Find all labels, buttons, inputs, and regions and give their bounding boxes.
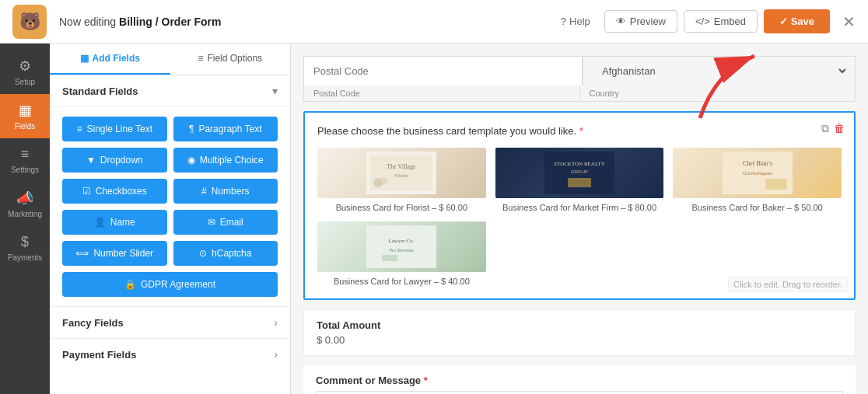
payments-icon: $ <box>21 234 29 250</box>
product-item-baker[interactable]: Chef Blair's Cia Rodriguez Business Card… <box>673 148 842 212</box>
country-select[interactable]: Afghanistan <box>590 57 849 85</box>
comment-textarea[interactable] <box>316 391 843 394</box>
svg-text:Chef Blair's: Chef Blair's <box>743 160 772 167</box>
standard-fields-header[interactable]: Standard Fields ▾ <box>50 75 290 107</box>
delete-icon[interactable]: 🗑 <box>834 122 845 135</box>
product-section[interactable]: ⧉ 🗑 Please choose the business card temp… <box>303 111 856 300</box>
postal-input[interactable] <box>304 57 583 85</box>
field-btn-hcaptcha[interactable]: ⊙ hCaptcha <box>173 241 278 266</box>
product-img-lawyer: Lawyer Co. Pro Services <box>317 221 486 272</box>
panel-tabs: ▦ Add Fields ≡ Field Options <box>50 44 290 75</box>
svg-text:Lawyer Co.: Lawyer Co. <box>389 238 415 244</box>
field-btn-dropdown[interactable]: ▼ Dropdown <box>62 148 167 173</box>
standard-chevron-icon: ▾ <box>272 85 278 97</box>
market-card-svg: STOCKTON REALTY GROUP <box>544 152 614 194</box>
payment-fields-header[interactable]: Payment Fields › <box>50 338 290 370</box>
nav-item-payments[interactable]: $ Payments <box>0 226 50 270</box>
product-item-florist[interactable]: The Village Florist Business Card for Fl… <box>317 148 486 212</box>
field-btn-multiple-choice[interactable]: ◉ Multiple Choice <box>173 148 278 173</box>
baker-name: Business Card for Baker – $ 50.00 <box>692 203 823 212</box>
market-name: Business Card for Market Firm – $ 80.00 <box>502 203 656 212</box>
florist-card-svg: The Village Florist <box>366 152 436 194</box>
required-indicator: * <box>579 125 583 137</box>
product-item-lawyer[interactable]: Lawyer Co. Pro Services Business Card fo… <box>317 221 486 286</box>
tab-field-options[interactable]: ≡ Field Options <box>170 44 291 75</box>
postal-country-row: Afghanistan <box>303 56 856 85</box>
slider-icon: ⟺ <box>75 248 89 259</box>
save-button[interactable]: ✓ Save <box>764 9 830 33</box>
nav-item-marketing[interactable]: 📣 Marketing <box>0 182 50 226</box>
name-icon: 👤 <box>94 217 106 228</box>
preview-button[interactable]: 👁 Preview <box>604 10 677 33</box>
field-btn-number-slider[interactable]: ⟺ Number Slider <box>62 241 167 266</box>
svg-rect-9 <box>568 178 591 187</box>
svg-text:The Village: The Village <box>387 163 417 170</box>
form-canvas-inner: Afghanistan Postal Code Country ⧉ 🗑 Plea <box>303 56 856 394</box>
header-actions: ? Help 👁 Preview </> Embed ✓ Save ✕ <box>553 9 856 33</box>
comment-label: Comment or Message * <box>316 375 843 386</box>
title-prefix: Now editing <box>59 16 116 28</box>
settings-icon: ≡ <box>21 146 30 162</box>
nav-item-setup[interactable]: ⚙ Setup <box>0 50 50 94</box>
baker-card-svg: Chef Blair's Cia Rodriguez <box>723 152 793 194</box>
fields-panel: ▦ Add Fields ≡ Field Options Standard Fi… <box>50 44 291 394</box>
fancy-fields-header[interactable]: Fancy Fields › <box>50 306 290 338</box>
action-hint: Click to edit. Drag to reorder. <box>728 277 848 292</box>
product-grid: The Village Florist Business Card for Fl… <box>317 148 842 286</box>
product-item-market[interactable]: STOCKTON REALTY GROUP Business Card for … <box>495 148 664 212</box>
svg-rect-13 <box>765 179 787 190</box>
product-img-florist: The Village Florist <box>317 148 486 198</box>
svg-text:STOCKTON REALTY: STOCKTON REALTY <box>554 161 605 167</box>
marketing-icon: 📣 <box>16 190 33 207</box>
captcha-icon: ⊙ <box>199 248 207 259</box>
svg-text:Florist: Florist <box>395 173 408 178</box>
fields-icon: ▦ <box>19 102 32 119</box>
field-btn-single-line[interactable]: ≡ Single Line Text <box>62 117 167 141</box>
field-btn-numbers[interactable]: # Numbers <box>173 179 278 204</box>
product-img-baker: Chef Blair's Cia Rodriguez <box>673 148 842 198</box>
comment-section: Comment or Message * <box>303 365 856 394</box>
multiple-choice-icon: ◉ <box>187 155 195 166</box>
copy-icon[interactable]: ⧉ <box>821 122 829 135</box>
product-action-icons: ⧉ 🗑 <box>821 122 845 135</box>
field-btn-email[interactable]: ✉ Email <box>173 210 278 235</box>
icon-nav: ⚙ Setup ▦ Fields ≡ Settings 📣 Marketing … <box>0 44 50 394</box>
form-canvas: Afghanistan Postal Code Country ⧉ 🗑 Plea <box>291 44 868 394</box>
field-btn-checkboxes[interactable]: ☑ Checkboxes <box>62 179 167 204</box>
email-icon: ✉ <box>208 217 215 228</box>
field-btn-name[interactable]: 👤 Name <box>62 210 167 235</box>
nav-item-fields[interactable]: ▦ Fields <box>0 94 50 138</box>
form-name: Billing / Order Form <box>119 16 221 28</box>
setup-icon: ⚙ <box>19 58 31 75</box>
code-icon: </> <box>695 16 710 27</box>
lawyer-name: Business Card for Lawyer – $ 40.00 <box>334 277 470 286</box>
field-buttons-grid: ≡ Single Line Text ¶ Paragraph Text ▼ Dr… <box>50 107 290 306</box>
app-header: 🐻 Now editing Billing / Order Form ? Hel… <box>0 0 868 44</box>
main-layout: ⚙ Setup ▦ Fields ≡ Settings 📣 Marketing … <box>0 44 868 394</box>
embed-button[interactable]: </> Embed <box>684 10 758 33</box>
close-button[interactable]: ✕ <box>842 12 856 31</box>
comment-required: * <box>424 375 428 386</box>
svg-rect-17 <box>382 255 397 261</box>
numbers-icon: # <box>201 186 207 197</box>
product-img-market: STOCKTON REALTY GROUP <box>495 148 664 198</box>
nav-item-settings[interactable]: ≡ Settings <box>0 138 50 182</box>
app-logo: 🐻 <box>12 5 47 39</box>
field-btn-paragraph[interactable]: ¶ Paragraph Text <box>173 117 278 141</box>
help-button[interactable]: ? Help <box>553 11 598 32</box>
checkboxes-icon: ☑ <box>82 186 91 197</box>
svg-text:GROUP: GROUP <box>571 169 588 174</box>
header-title: Now editing Billing / Order Form <box>59 16 553 28</box>
postal-labels: Postal Code Country <box>303 85 856 102</box>
options-icon: ≡ <box>198 53 203 64</box>
tab-add-fields[interactable]: ▦ Add Fields <box>50 44 170 75</box>
payment-chevron-icon: › <box>274 348 278 361</box>
eye-icon: 👁 <box>616 16 626 27</box>
help-icon: ? <box>561 16 566 27</box>
field-btn-gdpr[interactable]: 🔒 GDPR Agreement <box>62 272 278 297</box>
dropdown-icon: ▼ <box>86 155 96 166</box>
svg-text:Cia Rodriguez: Cia Rodriguez <box>743 171 772 176</box>
single-line-icon: ≡ <box>76 124 82 134</box>
svg-text:Pro Services: Pro Services <box>390 248 414 253</box>
svg-point-5 <box>380 177 387 185</box>
